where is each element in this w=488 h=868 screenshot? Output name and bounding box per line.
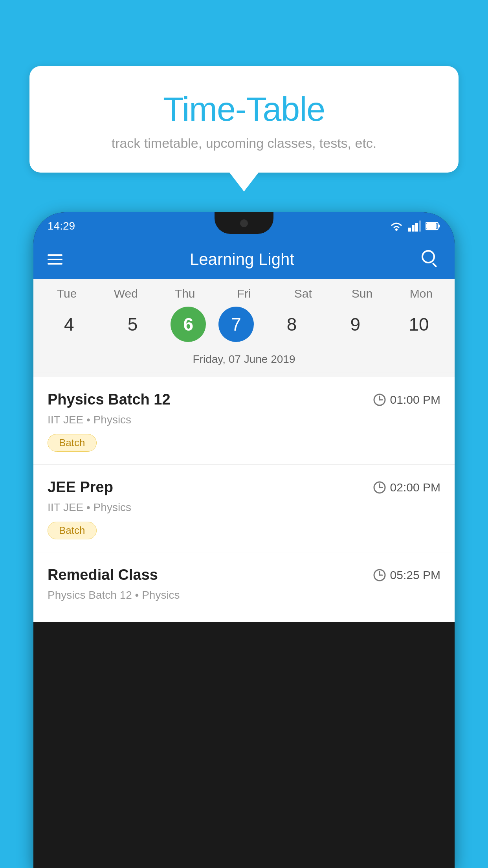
date-4[interactable]: 4 — [44, 307, 95, 342]
clock-icon-1 — [373, 393, 386, 406]
speech-bubble: Time-Table track timetable, upcoming cla… — [29, 66, 459, 173]
wifi-icon — [389, 221, 404, 231]
clock-icon-2 — [373, 481, 386, 494]
batch-badge-2: Batch — [48, 522, 97, 539]
battery-icon — [426, 222, 440, 230]
schedule-item-1[interactable]: Physics Batch 12 01:00 PM IIT JEE • Phys… — [33, 377, 455, 465]
calendar-strip: Tue Wed Thu Fri Sat Sun Mon 4 5 6 7 8 9 … — [33, 279, 455, 377]
status-bar: 14:29 — [33, 212, 455, 240]
svg-rect-4 — [419, 221, 421, 232]
class-time-2: 02:00 PM — [373, 481, 440, 494]
search-handle — [432, 263, 437, 268]
schedule-item-3[interactable]: Remedial Class 05:25 PM Physics Batch 12… — [33, 552, 455, 622]
day-fri: Fri — [218, 287, 270, 300]
svg-rect-2 — [412, 225, 415, 232]
menu-bar-3 — [48, 263, 62, 265]
clock-icon-3 — [373, 568, 386, 582]
inner-screen: 14:29 — [33, 212, 455, 622]
date-9[interactable]: 9 — [330, 307, 381, 342]
svg-rect-3 — [415, 223, 418, 232]
app-bar-title: Learning Light — [190, 250, 294, 269]
bubble-subtitle: track timetable, upcoming classes, tests… — [45, 136, 443, 151]
day-sat: Sat — [277, 287, 328, 300]
svg-point-0 — [395, 228, 398, 231]
selected-date-label: Friday, 07 June 2019 — [33, 350, 455, 373]
class-name-3: Remedial Class — [48, 566, 158, 583]
schedule-item-2-header: JEE Prep 02:00 PM — [48, 479, 440, 496]
batch-badge-1: Batch — [48, 434, 97, 452]
dates-row: 4 5 6 7 8 9 10 — [33, 307, 455, 350]
status-icons — [389, 221, 440, 232]
class-meta-1: IIT JEE • Physics — [48, 414, 440, 426]
time-text-2: 02:00 PM — [390, 481, 440, 494]
day-mon: Mon — [396, 287, 447, 300]
search-button[interactable] — [422, 250, 440, 269]
svg-rect-6 — [438, 224, 440, 228]
notch — [215, 212, 273, 234]
class-time-1: 01:00 PM — [373, 393, 440, 406]
class-meta-2: IIT JEE • Physics — [48, 501, 440, 514]
schedule-item-3-header: Remedial Class 05:25 PM — [48, 566, 440, 583]
menu-button[interactable] — [48, 254, 62, 265]
status-time: 14:29 — [48, 220, 75, 232]
svg-rect-1 — [408, 228, 411, 232]
schedule-list: Physics Batch 12 01:00 PM IIT JEE • Phys… — [33, 377, 455, 622]
bubble-title: Time-Table — [45, 90, 443, 129]
day-sun: Sun — [337, 287, 388, 300]
app-bar: Learning Light — [33, 240, 455, 279]
date-5[interactable]: 5 — [107, 307, 158, 342]
class-name-1: Physics Batch 12 — [48, 391, 171, 408]
menu-bar-1 — [48, 254, 62, 256]
time-text-1: 01:00 PM — [390, 393, 440, 406]
day-wed: Wed — [100, 287, 151, 300]
day-tue: Tue — [41, 287, 92, 300]
class-time-3: 05:25 PM — [373, 568, 440, 582]
date-10[interactable]: 10 — [393, 307, 444, 342]
date-7-selected[interactable]: 7 — [218, 307, 254, 342]
signal-icon — [408, 221, 421, 232]
search-circle — [422, 250, 435, 263]
day-thu: Thu — [160, 287, 211, 300]
camera-dot — [240, 219, 248, 227]
time-text-3: 05:25 PM — [390, 568, 440, 582]
days-header: Tue Wed Thu Fri Sat Sun Mon — [33, 287, 455, 307]
date-6-today[interactable]: 6 — [171, 307, 206, 342]
date-8[interactable]: 8 — [266, 307, 317, 342]
schedule-item-2[interactable]: JEE Prep 02:00 PM IIT JEE • Physics Batc… — [33, 465, 455, 552]
menu-bar-2 — [48, 259, 62, 260]
svg-rect-7 — [426, 223, 437, 229]
class-meta-3: Physics Batch 12 • Physics — [48, 589, 440, 601]
phone-frame: 14:29 — [33, 212, 455, 868]
schedule-item-1-header: Physics Batch 12 01:00 PM — [48, 391, 440, 408]
class-name-2: JEE Prep — [48, 479, 113, 496]
